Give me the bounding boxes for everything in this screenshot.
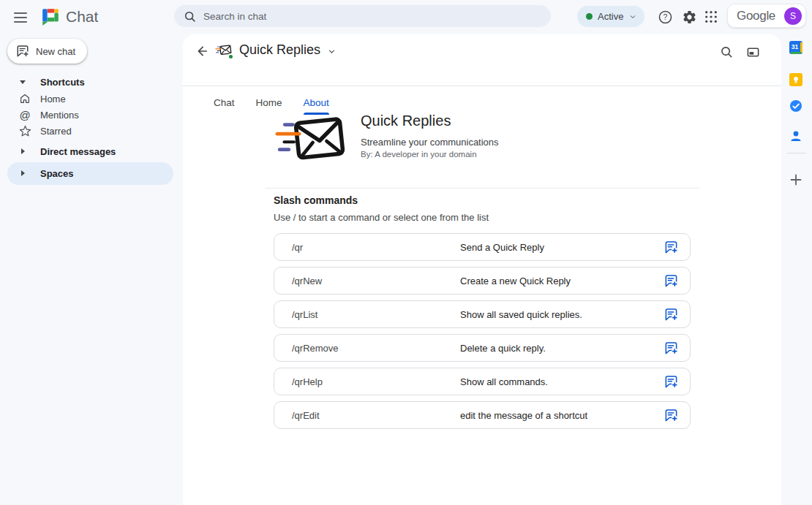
search-in-conversation-icon[interactable]: [718, 44, 734, 60]
side-panel-divider: [787, 153, 806, 153]
message-plus-icon: [664, 274, 678, 288]
direct-messages-section-label: Direct messages: [40, 146, 116, 157]
header-divider: [183, 86, 781, 86]
expand-caret-icon[interactable]: [21, 148, 25, 154]
app-tagline: Streamline your communications: [361, 137, 499, 148]
tab-chat[interactable]: Chat: [214, 97, 235, 115]
command-description: Create a new Quick Reply: [460, 276, 571, 286]
product-name: Chat: [66, 8, 98, 26]
command-name: /qr: [292, 242, 303, 253]
sidebar-section-direct-messages[interactable]: Direct messages: [0, 143, 181, 160]
slash-commands-title: Slash commands: [274, 194, 358, 206]
message-plus-icon: [664, 409, 678, 422]
search-icon: [184, 10, 196, 23]
command-name: /qrNew: [292, 276, 322, 286]
message-plus-icon: [664, 375, 678, 389]
google-chat-app: Chat Active ? Google S New: [0, 0, 812, 505]
sidebar-item-label: Mentions: [40, 110, 79, 121]
app-byline: By: A developer in your domain: [361, 150, 477, 159]
google-chat-logo-icon: [41, 7, 60, 26]
command-row-qrlist[interactable]: /qrList Show all saved quick replies.: [274, 300, 691, 328]
quick-replies-logo-icon: [274, 107, 350, 167]
spaces-section-label: Spaces: [40, 168, 74, 179]
command-row-qrremove[interactable]: /qrRemove Delete a quick reply.: [274, 334, 691, 362]
sidebar-item-starred[interactable]: Starred: [0, 122, 181, 140]
workspace-side-panel: 31: [781, 0, 812, 505]
command-row-qrhelp[interactable]: /qrHelp Show all commands.: [274, 368, 691, 395]
shortcuts-section-label: Shortcuts: [40, 77, 85, 88]
sidebar-item-home[interactable]: Home: [0, 90, 181, 107]
new-chat-icon: [16, 45, 29, 58]
command-row-qredit[interactable]: /qrEdit edit the message of a shortcut: [274, 401, 691, 429]
app-name: Quick Replies: [361, 113, 451, 129]
command-row-qr[interactable]: /qr Send a Quick Reply: [274, 233, 691, 261]
command-description: Show all saved quick replies.: [460, 309, 582, 320]
command-name: /qrEdit: [292, 410, 320, 421]
contacts-icon[interactable]: [789, 129, 804, 144]
sidebar-section-shortcuts[interactable]: Shortcuts: [0, 73, 181, 91]
chevron-down-icon[interactable]: [327, 47, 337, 56]
command-name: /qrHelp: [292, 376, 323, 387]
sidebar-item-label: Home: [40, 94, 66, 105]
calendar-icon[interactable]: 31: [789, 41, 804, 56]
main-menu-icon[interactable]: [12, 9, 29, 26]
sidebar-section-spaces[interactable]: Spaces: [7, 162, 173, 185]
section-divider: [265, 188, 699, 189]
app-avatar: [215, 41, 233, 58]
slash-commands-subtitle: Use / to start a command or select one f…: [274, 212, 489, 223]
status-label: Active: [598, 11, 623, 22]
google-wordmark: Google: [737, 9, 775, 23]
command-description: edit the message of a shortcut: [460, 410, 587, 421]
new-chat-button[interactable]: New chat: [7, 39, 87, 64]
page-title: Quick Replies: [239, 42, 320, 58]
home-icon: [18, 92, 31, 105]
get-add-ons-plus-icon[interactable]: [789, 173, 804, 188]
sidebar-item-label: Starred: [40, 126, 72, 137]
sidebar-item-mentions[interactable]: @ Mentions: [0, 106, 181, 124]
open-in-new-window-icon[interactable]: [745, 44, 761, 60]
message-plus-icon: [664, 308, 678, 322]
command-description: Show all commands.: [460, 376, 548, 387]
settings-gear-icon[interactable]: [680, 8, 698, 26]
command-name: /qrList: [292, 309, 317, 320]
command-description: Send a Quick Reply: [460, 242, 544, 253]
expand-caret-icon[interactable]: [21, 170, 25, 176]
presence-dot-icon: [228, 53, 234, 60]
new-chat-label: New chat: [36, 46, 75, 57]
svg-text:?: ?: [663, 12, 667, 21]
search-input[interactable]: [203, 11, 511, 22]
message-plus-icon: [664, 240, 678, 254]
command-row-qrnew[interactable]: /qrNew Create a new Quick Reply: [274, 267, 691, 295]
back-arrow-icon[interactable]: [193, 42, 212, 61]
chevron-down-icon: [628, 12, 637, 21]
search-bar[interactable]: [174, 5, 551, 27]
google-apps-grid-icon[interactable]: [702, 8, 720, 26]
mentions-at-icon: @: [18, 108, 31, 121]
tasks-icon[interactable]: [789, 99, 804, 114]
collapse-caret-icon[interactable]: [20, 80, 26, 84]
keep-icon[interactable]: [789, 73, 804, 88]
status-selector[interactable]: Active: [577, 6, 644, 27]
star-icon: [18, 124, 31, 137]
top-bar: Chat Active ? Google S: [0, 0, 812, 34]
main-panel: Quick Replies Chat Home About Quick Repl…: [183, 34, 781, 505]
help-icon[interactable]: ?: [656, 8, 674, 26]
command-description: Delete a quick reply.: [460, 343, 546, 354]
command-name: /qrRemove: [292, 343, 339, 354]
message-plus-icon: [664, 341, 678, 355]
active-status-dot-icon: [586, 13, 593, 20]
